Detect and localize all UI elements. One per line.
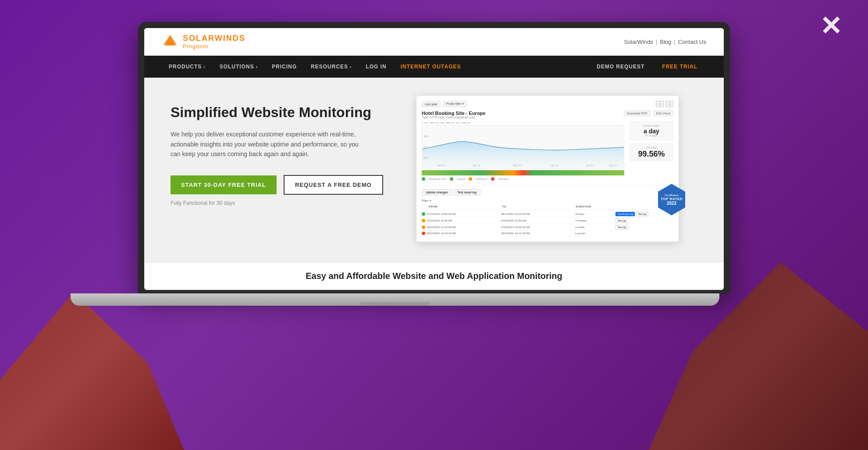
- row3-action: Test Log: [615, 225, 673, 229]
- row2-to: 07/20/2021 10:50 AM: [501, 219, 573, 222]
- logo-solarwinds: SOLARWINDS: [183, 34, 245, 43]
- dash-title-row: Hotel Booking Site - Europe Type: HTTP h…: [422, 111, 673, 119]
- nav-demo-request[interactable]: DEMO REQUEST: [588, 56, 653, 78]
- nav-internet-outages[interactable]: INTERNET OUTAGES: [394, 56, 468, 78]
- downtime-stat-label: DOWNTIME: [633, 125, 670, 127]
- bottom-section: Easy and Affordable Website and Web Appl…: [144, 262, 724, 290]
- svg-text:Aug '21: Aug '21: [609, 164, 617, 167]
- nav-free-trial[interactable]: FREE TRIAL: [653, 56, 706, 78]
- blog-link[interactable]: Blog: [660, 39, 671, 45]
- resources-arrow: ›: [350, 64, 352, 69]
- dash-nav-arrows: ‹ ›: [656, 101, 673, 107]
- hero-right: Last year Probe filter ▾ ‹ › Hotel B: [416, 95, 679, 249]
- dash-actions: Download PDF Edit check: [624, 111, 673, 116]
- dash-uptime-section: Uptime changes Test result log Filter ▾ …: [422, 185, 673, 236]
- solarwinds-link[interactable]: SolarWinds: [624, 39, 653, 45]
- uptime-stat-label: UPTIME: [633, 146, 670, 149]
- row1-to: 08/11/2021 03:22:49 PM: [501, 213, 573, 215]
- nav-bar: PRODUCTS › SOLUTIONS › PRICING RESOURCES…: [144, 56, 724, 78]
- logo-icon: [162, 33, 178, 50]
- logo-pingdom: Pingdom: [183, 43, 245, 50]
- table-row: 06/10/2021 12:18:49 PM 06/10/2021 12:13:…: [422, 231, 673, 236]
- nav-login[interactable]: LOG IN: [359, 56, 393, 78]
- demo-button[interactable]: REQUEST A FREE DEMO: [284, 175, 383, 195]
- row3-dur: a month: [575, 226, 614, 229]
- dash-table-header: FROM TO DURATION: [422, 205, 673, 210]
- trust-line3: 2022: [667, 201, 676, 206]
- col-header-to: TO: [502, 205, 574, 208]
- downtime-stat-box: DOWNTIME a day #6 outages: [630, 121, 673, 140]
- row1-dur: 20 days: [575, 213, 614, 215]
- response-time-chart: 3.0 0.5 0.3 Feb '21 Apr '21 May '21 Jun …: [422, 125, 624, 169]
- logo-area: SOLARWINDS Pingdom: [162, 33, 245, 50]
- nav-solutions[interactable]: SOLUTIONS ›: [213, 56, 265, 78]
- chart-legend: Response time Uptime Downtime Unknown: [422, 177, 624, 181]
- nav-solutions-label: SOLUTIONS: [220, 64, 254, 70]
- nav-resources-label: RESOURCES: [311, 64, 348, 70]
- uptime-stat-value: 99.56%: [633, 150, 670, 158]
- row2-action: Test Log: [615, 218, 673, 223]
- nav-resources[interactable]: RESOURCES ›: [304, 56, 359, 78]
- nav-login-label: LOG IN: [366, 64, 386, 70]
- svg-text:3.0: 3.0: [423, 135, 428, 138]
- test-result-tab[interactable]: Test result log: [454, 189, 480, 196]
- trust-line1: TrustRadius: [665, 194, 679, 196]
- probe-filter[interactable]: Probe filter ▾: [443, 101, 467, 107]
- dash-stats-panel: DOWNTIME a day #6 outages UPTIME 99.56%: [630, 121, 673, 181]
- contact-link[interactable]: Contact Us: [678, 39, 706, 45]
- close-icon[interactable]: ✕: [820, 13, 842, 39]
- hero-sub-text: Fully Functional for 30 days: [171, 200, 398, 206]
- trust-hexagon: TrustRadius TOP RATED 2022: [656, 184, 687, 215]
- dash-chart-area: 1 Jan: 403 ms, Edit: 283 ms, day: 349 ms: [422, 121, 624, 181]
- status-bar: [422, 170, 624, 175]
- next-arrow[interactable]: ›: [665, 101, 673, 107]
- uptime-stat-box: UPTIME 99.56%: [630, 143, 673, 161]
- dash-chart-labels: 1 Jan: 403 ms, Edit: 283 ms, day: 349 ms: [422, 121, 624, 124]
- chart-info: 1 Jan: 403 ms, Edit: 283 ms, day: 349 ms: [422, 121, 470, 124]
- legend-dot-uptime: [450, 177, 453, 181]
- products-arrow: ›: [203, 64, 205, 69]
- test-log-btn-1[interactable]: Test Log: [636, 212, 648, 216]
- svg-text:0.3: 0.3: [423, 157, 428, 159]
- legend-uptime-label: Uptime: [457, 178, 465, 180]
- test-log-btn-3[interactable]: Test Log: [615, 225, 628, 229]
- dash-table: FROM TO DURATION 07/22/2021 10:50:49 AM: [422, 205, 673, 236]
- header-links: SolarWinds | Blog | Contact Us: [624, 39, 706, 45]
- filter-label[interactable]: Filter ▾: [422, 199, 431, 203]
- hero-left: Simplified Website Monitoring We help yo…: [171, 95, 398, 249]
- trust-badge: TrustRadius TOP RATED 2022: [656, 184, 687, 215]
- dash-controls: Last year Probe filter ▾: [422, 101, 467, 107]
- nav-pricing[interactable]: PRICING: [265, 56, 304, 78]
- uptime-changes-tab[interactable]: Uptime changes: [422, 189, 452, 196]
- nav-outages-label: INTERNET OUTAGES: [401, 64, 461, 70]
- period-select[interactable]: Last year: [422, 101, 441, 107]
- dash-main-content: 1 Jan: 403 ms, Edit: 283 ms, day: 349 ms: [422, 121, 673, 181]
- status-dot-green: [422, 212, 425, 216]
- prev-arrow[interactable]: ‹: [656, 101, 664, 107]
- dash-title-group: Hotel Booking Site - Europe Type: HTTP h…: [422, 111, 485, 119]
- downtime-stat-value: a day: [633, 128, 670, 134]
- svg-text:Feb '21: Feb '21: [438, 164, 446, 167]
- dash-subtitle: Type: HTTP host: hotel.solarwinds.com: [422, 116, 485, 119]
- trial-button[interactable]: START 30-DAY FREE TRIAL: [171, 175, 277, 194]
- logo-text: SOLARWINDS Pingdom: [183, 34, 245, 50]
- bottom-title: Easy and Affordable Website and Web Appl…: [162, 271, 706, 281]
- svg-text:0.5: 0.5: [423, 146, 428, 148]
- dash-top-bar: Last year Probe filter ▾ ‹ ›: [422, 101, 673, 107]
- test-log-btn-2[interactable]: Test Log: [615, 218, 628, 223]
- edit-check-btn[interactable]: Edit check: [653, 111, 673, 116]
- nav-pricing-label: PRICING: [272, 64, 297, 70]
- hero-description: We help you deliver exceptional customer…: [171, 129, 363, 159]
- dashboard-preview: Last year Probe filter ▾ ‹ › Hotel B: [416, 95, 679, 242]
- svg-text:Apr '21: Apr '21: [473, 164, 480, 167]
- legend-dot-unknown: [491, 177, 494, 181]
- site-header-top: SOLARWINDS Pingdom SolarWinds | Blog | C…: [144, 28, 724, 56]
- nav-demo-label: DEMO REQUEST: [597, 64, 644, 70]
- download-pdf-btn[interactable]: Download PDF: [624, 111, 651, 116]
- row2-dur: 4 minutes: [575, 219, 614, 222]
- nav-products[interactable]: PRODUCTS ›: [162, 56, 213, 78]
- legend-dot-response: [422, 177, 425, 181]
- svg-text:Jun '21: Jun '21: [551, 164, 559, 167]
- test-result-log-btn[interactable]: Test Result Log: [615, 212, 635, 216]
- row3-to: 07/02/2021 10:46:44 AM: [501, 226, 573, 229]
